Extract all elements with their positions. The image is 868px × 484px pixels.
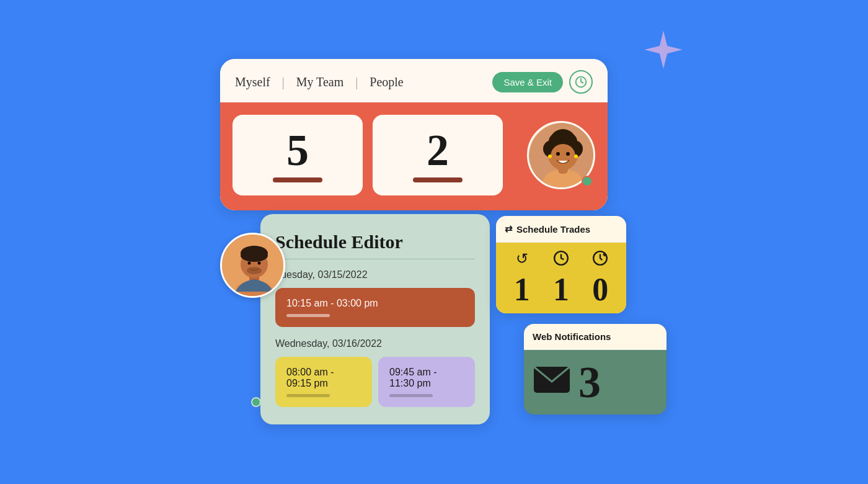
tuesday-time-block[interactable]: 10:15 am - 03:00 pm <box>275 288 475 327</box>
top-avatar-container <box>527 121 595 189</box>
trades-icon-3 <box>581 250 620 270</box>
wednesday-time-1: 08:00 am - 09:15 pm <box>286 367 361 389</box>
schedule-editor-title: Schedule Editor <box>275 231 475 253</box>
number-card-2: 2 <box>373 115 503 195</box>
number-value-2: 2 <box>427 128 449 173</box>
nav-sep2: | <box>352 75 361 89</box>
number-value-1: 5 <box>286 128 309 173</box>
wednesday-bar-1 <box>286 394 330 397</box>
trades-icon-2 <box>541 250 580 270</box>
schedule-divider <box>275 259 475 259</box>
trades-title: Schedule Trades <box>516 224 590 235</box>
avatar-online-dot <box>582 176 593 187</box>
svg-point-12 <box>566 152 570 156</box>
top-widget-header: Myself | My Team | People Save & Exit <box>220 59 608 102</box>
notif-body: 3 <box>524 350 666 415</box>
save-exit-button[interactable]: Save & Exit <box>492 72 563 92</box>
notif-header: Web Notifications <box>524 324 666 350</box>
notif-count: 3 <box>578 360 601 405</box>
svg-point-14 <box>574 155 578 158</box>
trades-icons-row: ↺ <box>502 250 620 270</box>
trades-header: ⇄ Schedule Trades <box>496 216 626 243</box>
svg-point-22 <box>258 262 261 265</box>
wednesday-date: Wednesday, 03/16/2022 <box>275 338 475 349</box>
top-widget-body: 5 2 <box>220 102 608 210</box>
svg-point-10 <box>551 144 575 169</box>
trades-icon-1: ↺ <box>502 250 541 270</box>
wednesday-time-2: 09:45 am - 11:30 pm <box>389 367 464 389</box>
number-bar-1 <box>273 177 322 182</box>
trades-numbers-row: 1 1 0 <box>502 274 620 306</box>
svg-point-11 <box>556 152 560 156</box>
trades-num-3: 0 <box>581 274 620 306</box>
schedule-avatar-dot <box>251 397 261 407</box>
nav-people[interactable]: People <box>370 75 403 89</box>
trades-body: ↺ 1 1 0 <box>496 243 626 313</box>
wednesday-slots: 08:00 am - 09:15 pm 09:45 am - 11:30 pm <box>275 357 475 407</box>
male-avatar-svg <box>222 235 285 298</box>
number-bar-2 <box>413 177 463 182</box>
clock-button[interactable] <box>569 70 593 94</box>
nav-myself[interactable]: Myself <box>235 75 270 89</box>
top-schedule-widget: Myself | My Team | People Save & Exit 5 … <box>220 59 608 210</box>
nav-sep1: | <box>279 75 288 89</box>
schedule-avatar <box>220 233 285 298</box>
svg-point-21 <box>248 262 251 265</box>
tuesday-date: Tuesday, 03/15/2022 <box>275 269 475 280</box>
svg-point-20 <box>241 249 268 262</box>
trades-num-2: 1 <box>541 274 580 306</box>
web-notifications-widget: Web Notifications 3 <box>524 324 666 415</box>
decorative-star <box>642 28 679 65</box>
wednesday-bar-2 <box>389 394 433 397</box>
notif-email-icon <box>534 364 570 400</box>
number-card-1: 5 <box>232 115 363 195</box>
schedule-editor: Schedule Editor Tuesday, 03/15/2022 10:1… <box>260 214 490 424</box>
tuesday-bar <box>286 314 330 317</box>
tuesday-time-text: 10:15 am - 03:00 pm <box>286 298 464 309</box>
nav-my-team[interactable]: My Team <box>296 75 344 89</box>
trades-icon-header: ⇄ <box>505 223 513 235</box>
svg-point-13 <box>548 155 552 158</box>
notif-title: Web Notifications <box>533 331 611 342</box>
trades-num-1: 1 <box>502 274 541 306</box>
wednesday-slot-2[interactable]: 09:45 am - 11:30 pm <box>378 357 475 407</box>
wednesday-slot-1[interactable]: 08:00 am - 09:15 pm <box>275 357 372 407</box>
schedule-trades-widget: ⇄ Schedule Trades ↺ 1 1 <box>496 216 626 313</box>
